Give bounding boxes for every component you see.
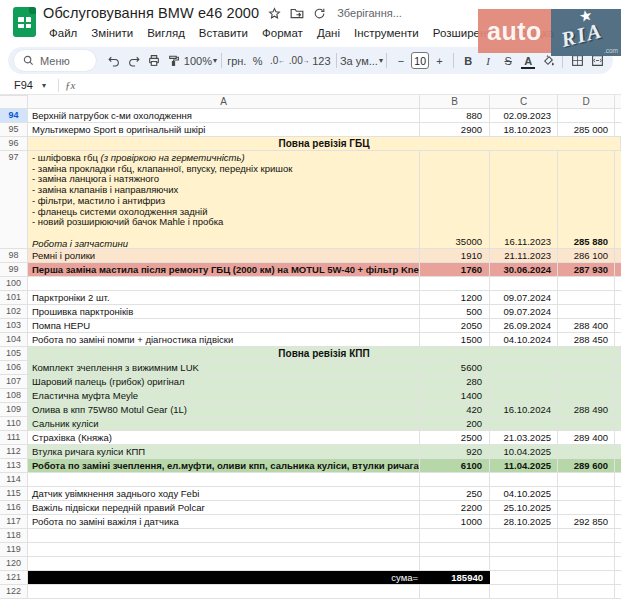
cell[interactable]: 6100 — [420, 459, 490, 473]
cell[interactable] — [558, 291, 615, 305]
row-header-99[interactable]: 99 — [0, 263, 28, 277]
cell[interactable] — [490, 361, 558, 375]
column-header-D[interactable]: D — [558, 95, 615, 109]
row-header-117[interactable]: 117 — [0, 515, 28, 529]
column-header-B[interactable]: B — [420, 95, 490, 109]
cell[interactable]: Робота по заміні зчеплення, ел.муфти, ол… — [28, 459, 420, 473]
cell[interactable] — [558, 571, 615, 585]
cell[interactable] — [615, 305, 621, 319]
cell[interactable] — [558, 445, 615, 459]
cell[interactable] — [615, 571, 621, 585]
row-header-94[interactable]: 94 — [0, 109, 28, 123]
row-header-98[interactable]: 98 — [0, 249, 28, 263]
cell[interactable] — [420, 543, 490, 557]
toolbar-menu-search[interactable]: Меню — [14, 50, 96, 71]
paint-format-button[interactable] — [164, 50, 184, 71]
row-header-116[interactable]: 116 — [0, 501, 28, 515]
cell[interactable] — [558, 305, 615, 319]
cell[interactable] — [490, 417, 558, 431]
cell[interactable]: 18.10.2023 — [490, 123, 558, 137]
row-header-118[interactable]: 118 — [0, 529, 28, 543]
cell[interactable]: 10.04.2025 — [490, 445, 558, 459]
cell[interactable] — [558, 557, 615, 571]
row-header-121[interactable]: 121 — [0, 571, 28, 585]
cell[interactable]: 25.10.2025 — [490, 501, 558, 515]
cell[interactable] — [420, 557, 490, 571]
redo-button[interactable] — [124, 50, 144, 71]
row-header-111[interactable]: 111 — [0, 431, 28, 445]
cell[interactable] — [615, 431, 621, 445]
cell[interactable] — [615, 263, 621, 277]
cell[interactable]: 09.07.2024 — [490, 305, 558, 319]
cell[interactable]: 16.11.2023 — [490, 151, 558, 249]
cell[interactable]: 289 400 — [558, 431, 615, 445]
cell[interactable] — [490, 277, 558, 291]
row-header-115[interactable]: 115 — [0, 487, 28, 501]
cell[interactable] — [490, 571, 558, 585]
row-header-106[interactable]: 106 — [0, 361, 28, 375]
cell[interactable] — [558, 277, 615, 291]
zoom-select[interactable]: 100%▾ — [184, 50, 217, 71]
cell[interactable] — [28, 585, 420, 599]
document-title[interactable]: Обслуговування BMW e46 2000 — [43, 5, 259, 21]
cell[interactable]: Робота по заміні важіля і датчика — [28, 515, 420, 529]
cell[interactable]: 288 450 — [558, 333, 615, 347]
cell[interactable]: Ремні і ролики — [28, 249, 420, 263]
row-header-107[interactable]: 107 — [0, 375, 28, 389]
cell[interactable] — [615, 123, 621, 137]
cell[interactable] — [615, 529, 621, 543]
cell[interactable] — [615, 417, 621, 431]
cell[interactable] — [28, 277, 420, 291]
bold-button[interactable]: B — [458, 50, 478, 71]
more-formats-button[interactable]: 123 — [311, 50, 332, 71]
cell[interactable]: 286 100 — [558, 249, 615, 263]
cell[interactable]: 288 490 — [558, 403, 615, 417]
sheets-logo-icon[interactable] — [13, 7, 36, 37]
cell[interactable]: 11.04.2025 — [490, 459, 558, 473]
cell[interactable] — [490, 529, 558, 543]
cell[interactable]: Верхній патрубок с-ми охолодження — [28, 109, 420, 123]
cell[interactable]: 28.10.2025 — [490, 515, 558, 529]
row-header-119[interactable]: 119 — [0, 543, 28, 557]
cell[interactable]: 880 — [420, 109, 490, 123]
cell[interactable] — [615, 151, 621, 249]
menu-item[interactable]: Файл — [44, 26, 82, 40]
cell[interactable]: Олива в кпп 75W80 Motul Gear (1L) — [28, 403, 420, 417]
cell[interactable]: 285 000 — [558, 123, 615, 137]
cell[interactable]: 200 — [420, 417, 490, 431]
cell[interactable]: Еластична муфта Meyle — [28, 389, 420, 403]
menu-item[interactable]: Дані — [312, 26, 345, 40]
cell[interactable]: 16.10.2024 — [490, 403, 558, 417]
cell[interactable] — [490, 375, 558, 389]
increase-font-size-button[interactable]: + — [429, 50, 449, 71]
cell[interactable] — [490, 473, 558, 487]
cell[interactable] — [615, 473, 621, 487]
star-icon[interactable] — [268, 7, 281, 20]
cell[interactable] — [28, 543, 420, 557]
cell[interactable] — [615, 375, 621, 389]
select-all-corner[interactable] — [0, 95, 28, 109]
cell[interactable]: Важіль підвіски передній правий Polcar — [28, 501, 420, 515]
cell[interactable]: Шаровий палець (грибок) оригінал — [28, 375, 420, 389]
row-header-105[interactable]: 105 — [0, 347, 28, 361]
name-box[interactable]: F94 ▾ — [0, 79, 52, 91]
row-header-108[interactable]: 108 — [0, 389, 28, 403]
cell[interactable]: Мультикермо Sport в оригінальній шкірі — [28, 123, 420, 137]
cell[interactable] — [558, 487, 615, 501]
cell[interactable]: 35000 — [420, 151, 490, 249]
cell[interactable]: 30.06.2024 — [490, 263, 558, 277]
menu-item[interactable]: Змінити — [86, 26, 138, 40]
row-header-100[interactable]: 100 — [0, 277, 28, 291]
cell[interactable] — [615, 249, 621, 263]
cell[interactable]: 21.03.2025 — [490, 431, 558, 445]
cell[interactable] — [615, 389, 621, 403]
row-header-114[interactable]: 114 — [0, 473, 28, 487]
cell[interactable] — [28, 529, 420, 543]
cell[interactable] — [558, 543, 615, 557]
cell[interactable]: 26.09.2024 — [490, 319, 558, 333]
cell[interactable] — [558, 361, 615, 375]
row-header-96[interactable]: 96 — [0, 137, 28, 151]
print-button[interactable] — [144, 50, 164, 71]
cell[interactable] — [28, 557, 420, 571]
cell[interactable]: 280 — [420, 375, 490, 389]
